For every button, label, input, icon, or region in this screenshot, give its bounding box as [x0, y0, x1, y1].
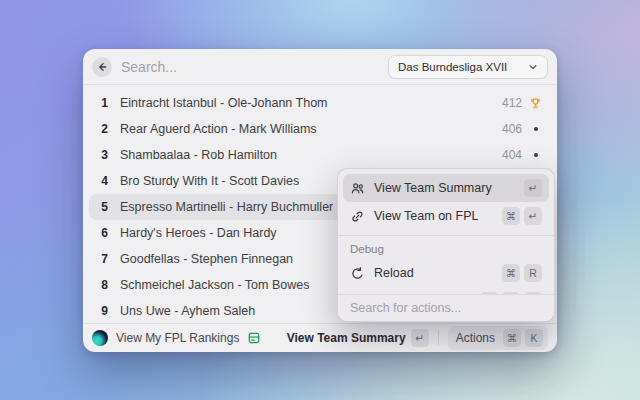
rank-number: 9	[98, 304, 111, 318]
k-key-badge: K	[525, 329, 543, 347]
enter-key-badge: ↵	[524, 207, 542, 225]
divider	[338, 235, 554, 236]
list-item[interactable]: 2 Rear Aguerd Action - Mark Williams 406	[89, 116, 551, 142]
card-icon	[247, 331, 261, 345]
search-input[interactable]	[121, 59, 388, 75]
menu-item-view-team-summary[interactable]: View Team Summary ↵	[343, 174, 549, 202]
menu-item-label: Reload	[374, 266, 414, 280]
primary-action-label[interactable]: View Team Summary	[287, 331, 406, 345]
team-summary-icon	[350, 181, 365, 196]
league-dropdown[interactable]: Das Burndesliga XVII	[388, 55, 548, 79]
menu-section-debug: Debug	[350, 243, 542, 255]
menu-item-label: View Team on FPL	[374, 209, 478, 223]
actions-menu: View Team Summary ↵ View Team on FPL ⌘ ↵	[337, 168, 555, 322]
arrow-left-icon	[96, 61, 108, 73]
menu-item-reload[interactable]: Reload ⌘ R	[343, 259, 549, 287]
rank-number: 2	[98, 122, 111, 136]
cmd-key-badge: ⌘	[503, 329, 521, 347]
team-title: Rear Aguerd Action - Mark Williams	[120, 122, 317, 136]
menu-item-label: View Team Summary	[374, 181, 492, 195]
dot-icon	[534, 153, 538, 157]
team-title: Uns Uwe - Ayhem Saleh	[120, 304, 255, 318]
divider	[438, 331, 439, 345]
command-title: View My FPL Rankings	[116, 331, 239, 345]
cmd-key-badge: ⌘	[502, 264, 520, 282]
team-title: Bro Sturdy With It - Scott Davies	[120, 174, 299, 188]
list-item[interactable]: 3 Shambaalaa - Rob Hamilton 404	[89, 142, 551, 168]
points-value: 412	[502, 96, 522, 110]
trophy-icon	[529, 97, 542, 110]
list-item[interactable]: 1 Eintracht Istanbul - Ole-Johann Thom 4…	[89, 90, 551, 116]
top-bar: Das Burndesliga XVII	[83, 49, 557, 85]
team-title: Shambaalaa - Rob Hamilton	[120, 148, 277, 162]
points-value: 406	[502, 122, 522, 136]
fpl-app-icon	[92, 330, 108, 346]
rank-number: 8	[98, 278, 111, 292]
status-bar: View My FPL Rankings View Team Summary ↵…	[83, 323, 557, 352]
cmd-key-badge: ⌘	[502, 207, 520, 225]
team-title: Espresso Martinelli - Harry Buchmuller	[120, 200, 333, 214]
enter-key-badge: ↵	[524, 179, 542, 197]
team-title: Eintracht Istanbul - Ole-Johann Thom	[120, 96, 328, 110]
reload-icon	[350, 266, 365, 281]
rank-number: 1	[98, 96, 111, 110]
chevron-down-icon	[528, 62, 538, 72]
rank-number: 6	[98, 226, 111, 240]
r-key-badge: R	[524, 264, 542, 282]
rank-number: 4	[98, 174, 111, 188]
league-dropdown-value: Das Burndesliga XVII	[398, 61, 528, 73]
rank-number: 5	[98, 200, 111, 214]
rank-number: 3	[98, 148, 111, 162]
points-value: 404	[502, 148, 522, 162]
menu-item-open-support-directory[interactable]: Open Support Directory ⌘ ⇧ S	[343, 287, 549, 294]
enter-key-badge: ↵	[411, 329, 429, 347]
actions-button[interactable]: Actions ⌘ K	[448, 326, 548, 350]
actions-search-input[interactable]	[350, 301, 542, 315]
raycast-window: Das Burndesliga XVII 1 Eintracht Istanbu…	[83, 49, 557, 352]
team-title: Schmeichel Jackson - Tom Bowes	[120, 278, 309, 292]
rank-number: 7	[98, 252, 111, 266]
menu-item-view-team-on-fpl[interactable]: View Team on FPL ⌘ ↵	[343, 202, 549, 230]
back-button[interactable]	[92, 57, 112, 77]
link-icon	[350, 209, 365, 224]
team-title: Goodfellas - Stephen Finnegan	[120, 252, 293, 266]
actions-menu-items: View Team Summary ↵ View Team on FPL ⌘ ↵	[338, 169, 554, 294]
team-title: Hardy's Heroes - Dan Hardy	[120, 226, 277, 240]
actions-label: Actions	[456, 331, 495, 345]
actions-search-bar	[338, 294, 554, 321]
dot-icon	[534, 127, 538, 131]
